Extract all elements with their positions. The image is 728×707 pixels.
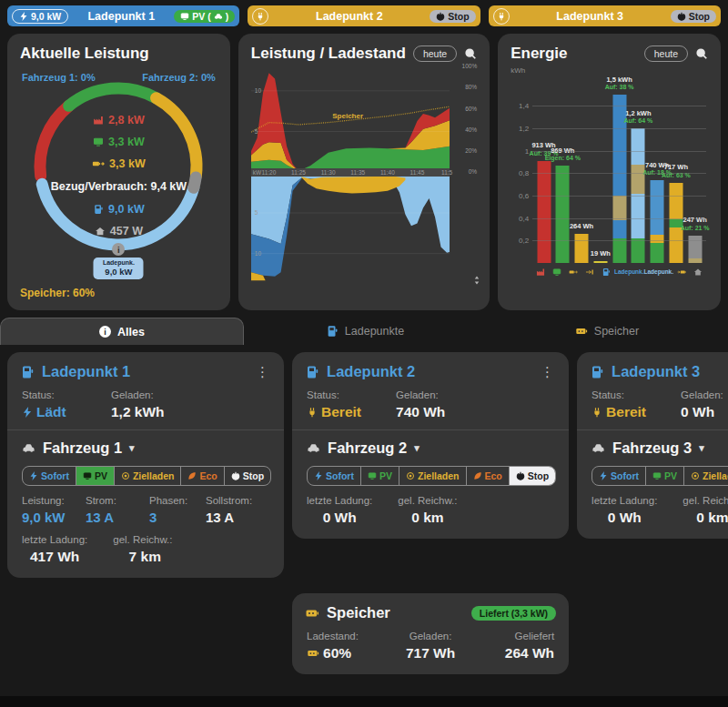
period-button[interactable]: heute (413, 45, 457, 62)
search-icon[interactable] (464, 47, 477, 60)
bar-value-label: 869 WhEigen: 64 % (545, 146, 581, 163)
mode-pv-button[interactable]: PV (76, 467, 114, 485)
pv-mode-badge[interactable]: PV ( ) (174, 10, 235, 23)
y-tick-label: 0,2 (511, 237, 529, 245)
detail-value: 13 A (206, 510, 253, 525)
mode-zielladen-button[interactable]: Zielladen (114, 467, 181, 485)
detail-label: Phasen: (149, 495, 189, 506)
bar-segment (651, 243, 664, 263)
mode-sofort-button[interactable]: Sofort (592, 467, 645, 485)
loadpoint3-header[interactable]: Ladepunkt 3 Stop (489, 5, 721, 26)
card-title: Energie (511, 45, 637, 63)
charger-icon (93, 204, 104, 215)
factory-axis-icon (532, 266, 549, 278)
bar-segment (669, 183, 682, 219)
tab-speicher[interactable]: Speicher (486, 318, 728, 345)
loadpoint1-header[interactable]: 9,0 kW Ladepunkt 1 PV ( ) (7, 5, 239, 26)
total-consumption-value: Bezug/Verbrauch: 9,4 kW (51, 180, 187, 193)
vehicle-selector[interactable]: Fahrzeug 3 ▾ (592, 439, 728, 457)
bar-segment (556, 166, 570, 263)
bars-row: 913 WhAuf: 39 %869 WhEigen: 64 %264 Wh19… (532, 70, 706, 263)
batt_out-axis-icon (565, 266, 581, 278)
loadpoints-power-row: 9,0 kW (20, 203, 217, 216)
divider (292, 429, 569, 430)
house-icon (95, 226, 106, 237)
plug-badge (252, 8, 268, 25)
power-badge[interactable]: 9,0 kW (12, 9, 68, 24)
status-label: Status: (22, 389, 86, 400)
mode-sofort-button[interactable]: Sofort (308, 467, 360, 485)
mode-pv-button[interactable]: PV (645, 467, 683, 485)
loadpoint-title: Ladepunkt 1 (42, 363, 247, 380)
last-charge-value: 0 Wh (307, 510, 372, 526)
mode-sofort-button[interactable]: Sofort (23, 467, 76, 485)
bar-value-label: 717 WhAuf: 63 % (662, 163, 691, 179)
search-icon[interactable] (695, 47, 708, 60)
mode-zielladen-button[interactable]: Zielladen (399, 467, 466, 485)
mode-eco-button[interactable]: Eco (180, 467, 223, 485)
tab-ladepunkte[interactable]: Ladepunkte (244, 318, 486, 345)
power-icon (231, 471, 240, 480)
axis-tick-label: 11:30 (321, 169, 336, 176)
charged-label: Geladen: (681, 389, 728, 400)
charged-value: 1,2 kWh (111, 404, 175, 420)
bar-value-label: 1,2 kWhAuf: 64 % (623, 109, 652, 126)
y-tick-label: 1,2 (511, 125, 529, 133)
stop-badge[interactable]: Stop (430, 10, 475, 23)
axis-tick-label: 40% (465, 126, 477, 133)
axis-tick-label: 11:45 (410, 169, 425, 176)
mode-stop-button[interactable]: Stop (509, 467, 555, 485)
axis-tick-label: 10 (255, 87, 261, 94)
mode-pv-button[interactable]: PV (360, 467, 399, 485)
loadpoint1-card: Ladepunkt 1 ⋮ Status: Lädt Geladen: 1,2 … (7, 352, 284, 578)
mode-selector: Sofort PV Zielladen Eco Stop (307, 466, 556, 486)
charger-icon (326, 325, 339, 338)
bar-segment (537, 161, 551, 264)
power-soc-chart: Speicher kW11:2011:2511:3011:3511:4011:4… (251, 66, 477, 282)
pv-power-row: 3,3 kW (20, 136, 217, 148)
status-value: Bereit (592, 404, 655, 420)
sort-icon[interactable] (471, 275, 482, 286)
loadpoint-cards-row: Ladepunkt 1 ⋮ Status: Lädt Geladen: 1,2 … (7, 352, 721, 674)
axis-tick-label: 5 (255, 209, 258, 216)
kebab-menu-icon[interactable]: ⋮ (539, 364, 556, 380)
bar-segment (612, 196, 626, 220)
panel-axis-icon (549, 266, 565, 278)
grid-power-row: 2,8 kW (20, 114, 217, 126)
tab-alles[interactable]: i Alles (0, 318, 244, 345)
vehicle-name: Fahrzeug 2 (328, 439, 407, 457)
loadpoint2-header[interactable]: Ladepunkt 2 Stop (248, 5, 480, 26)
y-tick-label: 0,8 (511, 169, 529, 177)
pv-panel-icon (180, 12, 189, 21)
header-title: Ladepunkt 2 (272, 10, 426, 23)
storage-card: Speicher Liefert (3,3 kW) Ladestand: 60%… (292, 593, 569, 674)
energy-bar: 717 WhAuf: 63 % (667, 70, 686, 263)
kebab-menu-icon[interactable]: ⋮ (254, 364, 271, 380)
period-button[interactable]: heute (644, 45, 688, 62)
mode-zielladen-button[interactable]: Zielladen (683, 467, 728, 485)
axis-tick-label: kW (253, 169, 261, 176)
mode-stop-button[interactable]: Stop (224, 467, 270, 485)
charger-icon (305, 365, 319, 379)
header-row: 9,0 kW Ladepunkt 1 PV ( ) Ladepunkt 2 St… (7, 5, 721, 26)
charged-label: Geladen: (111, 389, 175, 400)
chevron-down-icon: ▾ (129, 442, 135, 454)
filter-tabs: i Alles Ladepunkte Speicher (0, 318, 728, 345)
power-chart-card: Leistung / Ladestand heute Speicher kW11… (238, 34, 490, 310)
y-tick-label: 0,4 (511, 215, 529, 223)
mode-eco-button[interactable]: Eco (466, 467, 509, 485)
mode-selector: Sofort PV Zielladen Eco Stop (22, 466, 271, 486)
gauge-arc-segment (69, 88, 157, 106)
stop-badge[interactable]: Stop (671, 10, 716, 23)
last-charge-label: letzte Ladung: (307, 495, 372, 506)
vehicle-selector[interactable]: Fahrzeug 2 ▾ (307, 439, 554, 457)
gridline (532, 128, 706, 129)
chevron-down-icon: ▾ (699, 442, 704, 454)
vehicle-selector[interactable]: Fahrzeug 1 ▾ (22, 439, 269, 457)
stop-badge-label: Stop (448, 11, 469, 22)
pv-power-value: 3,3 kW (108, 136, 145, 148)
detail-label: Strom: (86, 495, 133, 506)
area-series-battery-charge (301, 177, 405, 194)
lightning-icon (599, 471, 608, 480)
info-icon[interactable]: i (112, 243, 125, 256)
